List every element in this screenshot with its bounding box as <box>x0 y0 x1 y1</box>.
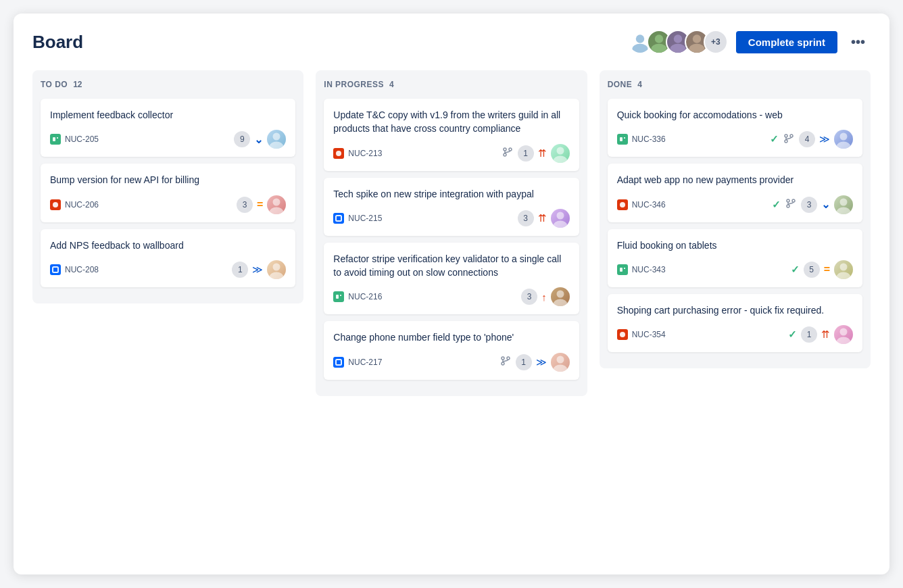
story-point-badge: 3 <box>521 289 537 305</box>
card-title: Fluid booking on tablets <box>617 239 853 252</box>
svg-point-14 <box>53 202 58 207</box>
branch-icon <box>503 147 512 159</box>
svg-point-62 <box>837 207 850 214</box>
svg-point-24 <box>509 148 512 151</box>
card-nuc-205[interactable]: Implement feedback collector NUC-205 9⌄ <box>41 99 295 157</box>
svg-point-40 <box>502 357 504 360</box>
card-footer: NUC-346 ✓ 3⌄ <box>617 195 853 214</box>
card-nuc-217[interactable]: Change phone number field type to 'phone… <box>324 321 579 379</box>
card-avatar <box>834 130 853 149</box>
svg-point-12 <box>270 142 283 149</box>
priority-arrow-up-double-icon: ⇈ <box>538 212 547 224</box>
svg-point-59 <box>787 205 789 207</box>
svg-point-15 <box>273 198 280 205</box>
svg-point-0 <box>636 34 644 43</box>
svg-point-19 <box>273 263 280 270</box>
svg-point-56 <box>620 202 625 207</box>
card-avatar <box>834 260 853 279</box>
card-nuc-215[interactable]: Tech spike on new stripe integration wit… <box>324 178 579 236</box>
check-icon: ✓ <box>772 199 781 211</box>
card-nuc-354[interactable]: Shoping cart purchasing error - quick fi… <box>608 294 862 352</box>
column-header-inprogress: IN PROGRESS 4 <box>324 80 579 89</box>
card-avatar <box>267 195 286 214</box>
story-point-badge: 1 <box>516 354 532 370</box>
card-footer: NUC-206 3= <box>50 195 286 214</box>
card-avatar <box>551 209 570 228</box>
card-nuc-216[interactable]: Refactor stripe verification key validat… <box>324 243 579 315</box>
card-title: Refactor stripe verification key validat… <box>333 252 569 280</box>
more-options-button[interactable]: ••• <box>846 32 871 53</box>
priority-chevron-down-icon: ⌄ <box>821 198 830 211</box>
story-point-badge: 1 <box>232 262 248 278</box>
card-footer: NUC-336 ✓ 4≫ <box>617 130 853 149</box>
ticket-icon-green <box>333 291 344 302</box>
story-point-badge: 5 <box>804 262 820 278</box>
ticket-icon-green <box>617 264 628 275</box>
card-nuc-206[interactable]: Bump version for new API for billing NUC… <box>41 164 295 222</box>
svg-point-54 <box>837 142 850 149</box>
story-point-badge: 3 <box>518 210 534 226</box>
card-avatar <box>267 130 286 149</box>
svg-point-3 <box>651 44 666 54</box>
ticket-icon-blue <box>333 213 344 224</box>
ticket-icon-green <box>617 134 628 145</box>
svg-rect-64 <box>620 268 623 272</box>
svg-point-51 <box>785 140 787 143</box>
card-nuc-336[interactable]: Quick booking for accomodations - web NU… <box>608 99 862 157</box>
svg-point-4 <box>674 34 682 43</box>
svg-point-53 <box>839 133 847 141</box>
card-title: Add NPS feedback to wallboard <box>50 239 286 252</box>
complete-sprint-button[interactable]: Complete sprint <box>736 31 837 53</box>
column-title-inprogress: IN PROGRESS <box>324 80 384 89</box>
ticket-label: NUC-213 <box>348 149 382 158</box>
check-icon: ✓ <box>791 264 800 276</box>
ticket-label: NUC-343 <box>632 265 666 274</box>
svg-point-50 <box>790 134 793 137</box>
svg-point-25 <box>504 153 506 156</box>
card-footer: NUC-208 1≫ <box>50 260 286 279</box>
svg-point-16 <box>270 207 283 214</box>
svg-point-22 <box>336 151 341 156</box>
svg-point-41 <box>507 357 510 360</box>
svg-rect-29 <box>333 213 344 224</box>
priority-equals-icon: = <box>257 199 263 211</box>
ticket-label: NUC-215 <box>348 214 382 223</box>
svg-point-37 <box>554 299 567 307</box>
story-point-badge: 3 <box>237 197 253 213</box>
svg-rect-34 <box>336 295 339 299</box>
story-point-badge: 1 <box>801 326 817 343</box>
check-icon: ✓ <box>770 133 779 145</box>
card-footer: NUC-205 9⌄ <box>50 130 286 149</box>
card-avatar <box>834 325 853 344</box>
priority-arrow-up-double-icon: ⇈ <box>821 328 830 341</box>
avatar-extra-count[interactable]: +3 <box>704 30 728 54</box>
svg-point-66 <box>839 263 847 270</box>
card-nuc-213[interactable]: Update T&C copy with v1.9 from the write… <box>324 99 579 171</box>
branch-icon <box>786 199 796 210</box>
column-count-done: 4 <box>637 80 642 89</box>
column-header-todo: TO DO 12 <box>41 80 295 89</box>
card-footer: NUC-343 ✓5= <box>617 260 853 279</box>
ticket-icon-red <box>617 329 628 340</box>
card-title: Adapt web app no new payments provider <box>617 173 853 187</box>
priority-chevron-double-down-icon: ≫ <box>252 264 263 276</box>
header: Board +3 Complete sprint ••• <box>32 30 871 54</box>
svg-point-23 <box>504 148 506 151</box>
card-footer: NUC-213 1⇈ <box>333 144 569 163</box>
svg-point-49 <box>785 134 787 137</box>
branch-icon <box>501 356 510 368</box>
ticket-label: NUC-354 <box>632 330 666 339</box>
svg-point-57 <box>787 199 789 202</box>
card-title: Implement feedback collector <box>50 108 286 122</box>
ticket-label: NUC-217 <box>348 358 382 367</box>
svg-rect-17 <box>50 264 61 275</box>
card-nuc-343[interactable]: Fluid booking on tablets NUC-343 ✓5= <box>608 229 862 287</box>
card-nuc-208[interactable]: Add NPS feedback to wallboard NUC-208 1≫ <box>41 229 295 287</box>
card-nuc-346[interactable]: Adapt web app no new payments provider N… <box>608 164 862 222</box>
ticket-icon-red <box>50 199 61 210</box>
story-point-badge: 4 <box>799 131 815 147</box>
svg-point-67 <box>837 272 850 279</box>
column-inprogress: IN PROGRESS 4 Update T&C copy with v1.9 … <box>316 70 587 396</box>
ticket-icon-blue <box>333 357 344 368</box>
ticket-label: NUC-216 <box>348 292 382 301</box>
